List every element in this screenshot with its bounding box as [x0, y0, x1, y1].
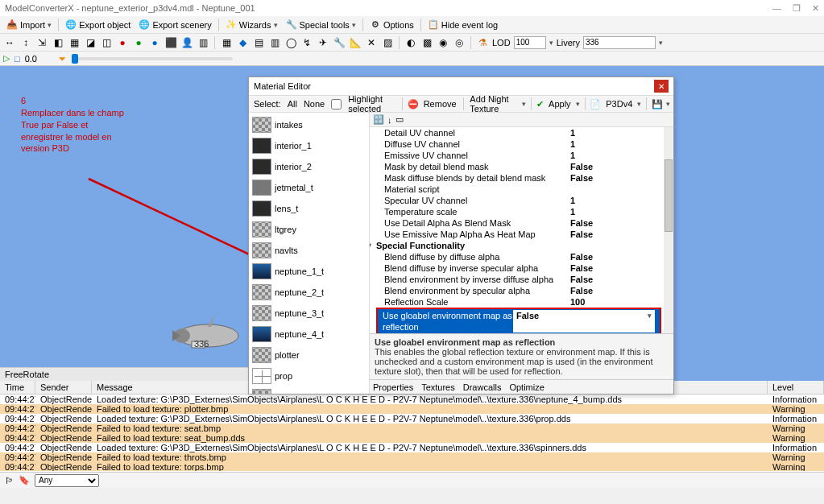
- log-row[interactable]: 09:44:27ObjectRendererFailed to load tex…: [0, 433, 824, 443]
- sort-icon[interactable]: ↓: [387, 115, 392, 125]
- highlight-selected-checkbox[interactable]: [331, 99, 342, 109]
- material-item[interactable]: seat: [251, 386, 367, 394]
- material-item[interactable]: ltgrey: [251, 219, 367, 240]
- export-scenery-button[interactable]: 🌐Export scenery: [135, 19, 214, 31]
- property-row[interactable]: Diffuse UV channel1: [370, 138, 665, 150]
- property-section-header[interactable]: ▾Special Functionality: [370, 240, 665, 251]
- material-item[interactable]: prop: [251, 366, 367, 386]
- tool-icon[interactable]: ⬛: [164, 36, 177, 49]
- tool-icon[interactable]: ●: [148, 36, 161, 49]
- special-tools-button[interactable]: 🔧Special tools▾: [283, 19, 359, 31]
- material-item[interactable]: neptune_2_t: [251, 282, 367, 303]
- tool-icon[interactable]: ▦: [220, 36, 233, 49]
- tool-icon[interactable]: ◫: [100, 36, 113, 49]
- log-row[interactable]: 09:44:27ObjectRendererFailed to load tex…: [0, 462, 824, 471]
- tool-icon[interactable]: ▤: [252, 36, 265, 49]
- material-list[interactable]: intakesinterior_1interior_2jetmetal_tlen…: [249, 113, 370, 394]
- material-item[interactable]: plotter: [251, 345, 367, 366]
- property-row[interactable]: Mask by detail blend maskFalse: [370, 161, 665, 172]
- marker-icon[interactable]: ⏷: [58, 54, 67, 64]
- tool-icon[interactable]: ◪: [84, 36, 97, 49]
- tag-icon[interactable]: 🔖: [19, 475, 30, 485]
- restore-button[interactable]: ❐: [793, 3, 801, 14]
- select-none-button[interactable]: None: [302, 99, 326, 109]
- property-row[interactable]: Material script: [370, 184, 665, 195]
- options-button[interactable]: ⚙Options: [366, 19, 417, 31]
- expand-icon[interactable]: ▭: [395, 114, 404, 125]
- tool-icon[interactable]: ✈: [317, 36, 329, 49]
- log-row[interactable]: 09:44:27ObjectRendererFailed to load tex…: [0, 452, 824, 462]
- select-all-button[interactable]: All: [286, 99, 299, 109]
- remove-button[interactable]: Remove: [422, 99, 458, 109]
- property-row[interactable]: Blend diffuse by inverse specular alphaF…: [370, 262, 665, 274]
- tool-icon[interactable]: ▥: [197, 36, 209, 49]
- property-row[interactable]: Detail UV channel1: [370, 127, 665, 138]
- import-button[interactable]: 📥Import▾: [3, 19, 55, 31]
- property-row[interactable]: Blend environment by specular alphaFalse: [370, 285, 665, 296]
- property-row[interactable]: Use Emissive Map Alpha As Heat MapFalse: [370, 229, 665, 240]
- property-tab[interactable]: Drawcalls: [463, 382, 502, 392]
- tool-icon[interactable]: ◯: [284, 36, 297, 49]
- filter-select[interactable]: Any: [35, 474, 99, 487]
- property-row[interactable]: Emissive UV channel1: [370, 150, 665, 161]
- tool-icon[interactable]: 👤: [180, 36, 193, 49]
- tool-icon[interactable]: ◉: [437, 36, 449, 49]
- property-row[interactable]: Mask diffuse blends by detail blend mask…: [370, 172, 665, 184]
- tool-icon[interactable]: ●: [116, 36, 129, 49]
- dialog-titlebar[interactable]: Material Editor ✕: [249, 77, 673, 95]
- tool-icon[interactable]: 📐: [349, 36, 362, 49]
- flag-icon[interactable]: 🏳: [5, 476, 14, 485]
- tool-icon[interactable]: ⇲: [35, 36, 48, 49]
- property-row[interactable]: Use Detail Alpha As Blend MaskFalse: [370, 217, 665, 229]
- tool-icon[interactable]: ◎: [453, 36, 466, 49]
- viewport-3d[interactable]: 6 Remplacer dans le champ True par False…: [0, 66, 824, 381]
- tool-icon[interactable]: ✕: [365, 36, 378, 49]
- property-tab[interactable]: Textures: [421, 382, 455, 392]
- property-grid[interactable]: Detail UV channel1Diffuse UV channel1Emi…: [370, 127, 673, 333]
- apply-button[interactable]: Apply: [547, 99, 573, 109]
- livery-input[interactable]: [583, 36, 656, 49]
- property-row[interactable]: Blend environment by inverse diffuse alp…: [370, 274, 665, 285]
- material-item[interactable]: intakes: [251, 114, 367, 135]
- property-row[interactable]: Temperature scale1: [370, 206, 665, 217]
- property-tab[interactable]: Properties: [373, 382, 413, 392]
- play-button[interactable]: ▷: [3, 53, 10, 64]
- material-item[interactable]: neptune_3_t: [251, 303, 367, 324]
- log-row[interactable]: 09:44:27ObjectRendererLoaded texture: G:…: [0, 414, 824, 423]
- minimize-button[interactable]: —: [772, 3, 781, 14]
- log-row[interactable]: 09:44:27ObjectRendererFailed to load tex…: [0, 404, 824, 414]
- tool-icon[interactable]: ▦: [68, 36, 81, 49]
- material-item[interactable]: navlts: [251, 240, 367, 261]
- save-icon[interactable]: 💾: [652, 99, 663, 109]
- export-object-button[interactable]: 🌐Export object: [62, 19, 134, 31]
- sort-icon[interactable]: 🔡: [373, 114, 384, 125]
- stop-button[interactable]: □: [14, 54, 20, 64]
- tool-icon[interactable]: ↯: [300, 36, 313, 49]
- material-item[interactable]: interior_2: [251, 156, 367, 177]
- material-item[interactable]: jetmetal_t: [251, 177, 367, 198]
- tool-icon[interactable]: ●: [132, 36, 145, 49]
- hide-event-log-button[interactable]: 📋Hide event log: [424, 19, 501, 31]
- scrollbar[interactable]: [664, 127, 673, 333]
- property-row[interactable]: Specular UV channel1: [370, 195, 665, 206]
- material-item[interactable]: lens_t: [251, 198, 367, 219]
- target-select[interactable]: P3Dv4: [604, 99, 634, 109]
- tool-icon[interactable]: ◐: [404, 36, 417, 49]
- property-row-highlighted[interactable]: Use gloabel environment map as reflectio…: [376, 308, 661, 333]
- close-button[interactable]: ✕: [812, 3, 819, 14]
- tool-icon[interactable]: ↕: [19, 36, 32, 49]
- log-row[interactable]: 09:44:27ObjectRendererLoaded texture: G:…: [0, 443, 824, 452]
- tool-icon[interactable]: ▥: [268, 36, 281, 49]
- log-row[interactable]: 09:44:27ObjectRendererLoaded texture: G:…: [0, 395, 824, 404]
- dialog-close-button[interactable]: ✕: [654, 80, 669, 93]
- tool-icon[interactable]: ▩: [420, 36, 433, 49]
- material-item[interactable]: neptune_4_t: [251, 324, 367, 345]
- tool-icon[interactable]: ◧: [52, 36, 64, 49]
- log-row[interactable]: 09:44:27ObjectRendererFailed to load tex…: [0, 423, 824, 433]
- material-item[interactable]: interior_1: [251, 135, 367, 156]
- tool-icon[interactable]: ▨: [381, 36, 394, 49]
- property-tab[interactable]: Optimize: [509, 382, 544, 392]
- property-row[interactable]: Reflection Scale100: [370, 296, 665, 308]
- time-slider[interactable]: [72, 57, 233, 60]
- add-night-texture-button[interactable]: Add Night Texture: [468, 94, 519, 114]
